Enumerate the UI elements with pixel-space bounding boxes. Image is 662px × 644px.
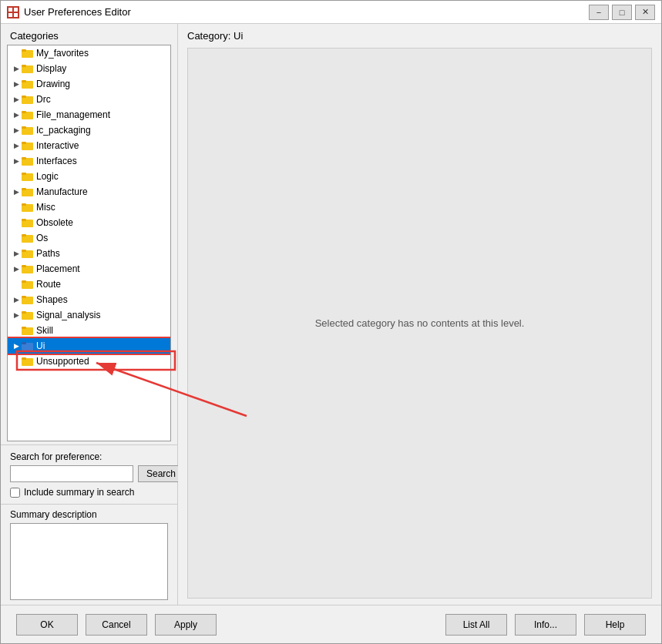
folder-icon-unsupported [22, 356, 34, 367]
summary-description-box [10, 523, 168, 600]
folder-icon-ic_packaging [22, 125, 34, 136]
tree-item-label-logic: Logic [36, 171, 59, 182]
tree-item-my_favorites[interactable]: ▶ My_favorites [8, 45, 170, 61]
tree-item-manufacture[interactable]: ▶ Manufacture [8, 184, 170, 200]
expander-file_management[interactable]: ▶ [11, 109, 22, 120]
apply-button[interactable]: Apply [155, 614, 217, 636]
expander-interactive[interactable]: ▶ [11, 140, 22, 151]
folder-icon-my_favorites [22, 48, 34, 59]
folder-icon-skill [22, 325, 34, 336]
close-button[interactable]: ✕ [635, 5, 655, 20]
main-window: User Preferences Editor − □ ✕ Categories… [0, 0, 662, 644]
svg-rect-3 [8, 13, 12, 17]
tree-item-misc[interactable]: ▶ Misc [8, 200, 170, 215]
right-panel: Category: Ui Selected category has no co… [178, 24, 661, 605]
expander-drc[interactable]: ▶ [11, 94, 22, 105]
svg-rect-17 [22, 126, 26, 129]
summary-description-label: Summary description [10, 509, 168, 520]
folder-icon-shapes [22, 294, 34, 305]
folder-icon-manufacture [22, 186, 34, 197]
tree-item-interactive[interactable]: ▶ Interactive [8, 138, 170, 153]
svg-rect-39 [22, 296, 26, 298]
include-summary-label: Include summary in search [24, 487, 134, 498]
tree-item-label-interactive: Interactive [36, 140, 79, 151]
expander-display[interactable]: ▶ [11, 63, 22, 74]
tree-item-drawing[interactable]: ▶ Drawing [8, 76, 170, 92]
tree-item-label-interfaces: Interfaces [36, 156, 77, 166]
tree-item-label-skill: Skill [36, 325, 53, 336]
list-all-button[interactable]: List All [445, 614, 507, 636]
expander-signal_analysis[interactable]: ▶ [11, 310, 22, 320]
svg-rect-43 [22, 327, 26, 329]
maximize-button[interactable]: □ [612, 5, 632, 20]
help-button[interactable]: Help [584, 614, 646, 636]
tree-item-label-signal_analysis: Signal_analysis [36, 310, 100, 320]
window-content: Categories ▶ My_favorites ▶ [1, 24, 661, 643]
folder-icon-signal_analysis [22, 310, 34, 320]
title-bar: User Preferences Editor − □ ✕ [1, 1, 661, 24]
expander-placement[interactable]: ▶ [11, 263, 22, 274]
tree-item-ui[interactable]: ▶ Ui [8, 338, 170, 354]
window-title: User Preferences Editor [24, 6, 589, 18]
tree-item-logic[interactable]: ▶ Logic [8, 169, 170, 184]
tree-item-signal_analysis[interactable]: ▶ Signal_analysis [8, 307, 170, 323]
svg-rect-19 [22, 142, 26, 144]
svg-rect-7 [22, 49, 26, 52]
expander-manufacture[interactable]: ▶ [11, 186, 22, 197]
include-summary-row: Include summary in search [10, 487, 168, 498]
svg-rect-37 [22, 280, 26, 283]
categories-tree[interactable]: ▶ My_favorites ▶ Display ▶ [7, 45, 171, 441]
tree-item-label-paths: Paths [36, 248, 60, 259]
include-summary-checkbox[interactable] [10, 488, 20, 498]
cancel-button[interactable]: Cancel [86, 614, 147, 636]
folder-icon-file_management [22, 109, 34, 120]
svg-rect-4 [14, 13, 18, 17]
minimize-button[interactable]: − [589, 5, 609, 20]
tree-item-label-drawing: Drawing [36, 79, 70, 89]
tree-item-unsupported[interactable]: ▶ Unsupported [8, 354, 170, 369]
tree-item-placement[interactable]: ▶ Placement [8, 261, 170, 277]
tree-item-file_management[interactable]: ▶ File_management [8, 107, 170, 122]
tree-item-paths[interactable]: ▶ Paths [8, 246, 170, 261]
folder-icon-ui [22, 340, 34, 351]
expander-paths[interactable]: ▶ [11, 248, 22, 259]
tree-item-drc[interactable]: ▶ Drc [8, 92, 170, 107]
tree-item-interfaces[interactable]: ▶ Interfaces [8, 153, 170, 169]
expander-drawing[interactable]: ▶ [11, 79, 22, 89]
folder-icon-os [22, 233, 34, 243]
category-label-text: Category: [187, 30, 230, 42]
svg-rect-33 [22, 250, 26, 252]
tree-item-label-drc: Drc [36, 94, 51, 105]
app-icon [7, 6, 19, 18]
expander-ic_packaging[interactable]: ▶ [11, 125, 22, 136]
tree-item-os[interactable]: ▶ Os [8, 230, 170, 246]
content-area: Selected category has no contents at thi… [187, 48, 652, 599]
svg-rect-1 [8, 8, 12, 12]
tree-item-label-unsupported: Unsupported [36, 356, 89, 367]
tree-item-label-display: Display [36, 63, 66, 74]
expander-ui[interactable]: ▶ [11, 340, 22, 351]
main-area: Categories ▶ My_favorites ▶ [1, 24, 661, 605]
expander-shapes[interactable]: ▶ [11, 294, 22, 305]
tree-item-route[interactable]: ▶ Route [8, 277, 170, 292]
svg-rect-29 [22, 219, 26, 221]
svg-rect-47 [22, 357, 26, 360]
category-header: Category: Ui [187, 30, 652, 42]
tree-item-label-placement: Placement [36, 263, 80, 274]
left-buttons: OK Cancel Apply [16, 614, 217, 636]
tree-item-obsolete[interactable]: ▶ Obsolete [8, 215, 170, 230]
tree-item-shapes[interactable]: ▶ Shapes [8, 292, 170, 307]
folder-icon-drawing [22, 79, 34, 89]
search-section: Search for preference: Search Include su… [1, 444, 177, 504]
ok-button[interactable]: OK [16, 614, 78, 636]
tree-item-ic_packaging[interactable]: ▶ Ic_packaging [8, 122, 170, 138]
tree-item-label-shapes: Shapes [36, 294, 68, 305]
svg-rect-2 [14, 8, 18, 12]
info-button[interactable]: Info... [515, 614, 576, 636]
search-input[interactable] [10, 465, 133, 482]
tree-item-skill[interactable]: ▶ Skill [8, 323, 170, 338]
tree-item-display[interactable]: ▶ Display [8, 61, 170, 76]
expander-interfaces[interactable]: ▶ [11, 156, 22, 166]
svg-rect-15 [22, 111, 26, 113]
folder-icon-interactive [22, 140, 34, 151]
